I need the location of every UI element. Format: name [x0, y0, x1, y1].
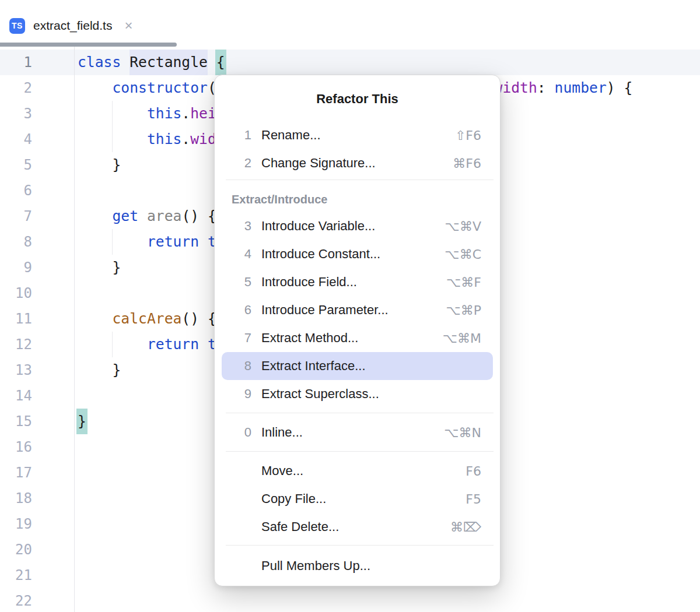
- code-line-text[interactable]: }: [78, 255, 121, 280]
- code-token: () {: [181, 310, 216, 327]
- menu-item-introduce-variable[interactable]: 3Introduce Variable...⌥⌘V: [222, 212, 493, 240]
- menu-item-number: 5: [222, 275, 251, 290]
- code-token: ) {: [607, 79, 633, 96]
- menu-item-move[interactable]: Move...F6: [222, 457, 493, 485]
- menu-separator: [226, 451, 494, 452]
- menu-item-extract-interface[interactable]: 8Extract Interface...: [222, 352, 493, 380]
- code-line-text[interactable]: get area() {: [78, 203, 216, 229]
- menu-item-label: Pull Members Up...: [261, 558, 370, 574]
- menu-item-number: 1: [222, 128, 251, 143]
- code-token: [199, 336, 208, 353]
- menu-item-shortcut: ⌘F6: [453, 156, 481, 171]
- code-token: [199, 233, 208, 250]
- line-number[interactable]: 14: [0, 383, 32, 409]
- code-line-text[interactable]: }: [78, 152, 121, 178]
- line-number[interactable]: 20: [0, 537, 32, 562]
- menu-item-shortcut: ⌥⌘N: [444, 425, 481, 440]
- code-token: [78, 105, 147, 122]
- menu-item-number: 7: [222, 330, 251, 346]
- menu-item-extract-method[interactable]: 7Extract Method...⌥⌘M: [222, 324, 493, 352]
- line-number[interactable]: 5: [0, 152, 32, 178]
- code-token: calcArea: [112, 310, 181, 327]
- line-number[interactable]: 11: [0, 306, 32, 332]
- line-number[interactable]: 2: [0, 75, 32, 101]
- menu-separator: [226, 413, 494, 413]
- menu-item-label: Inline...: [261, 425, 303, 440]
- code-line-text[interactable]: }: [78, 357, 121, 383]
- tab-filename: extract_field.ts: [33, 19, 112, 33]
- line-number[interactable]: 17: [0, 460, 32, 486]
- menu-item-safe-delete[interactable]: Safe Delete...⌘⌦: [222, 513, 493, 541]
- refactor-popup: Refactor This 1Rename...⇧F62Change Signa…: [214, 75, 501, 586]
- menu-item-label: Introduce Parameter...: [261, 303, 388, 318]
- code-token: :: [537, 79, 555, 96]
- menu-item-shortcut: ⌥⌘P: [446, 303, 481, 318]
- gutter-divider: [74, 47, 75, 612]
- code-token: [78, 79, 112, 96]
- menu-item-introduce-parameter[interactable]: 6Introduce Parameter...⌥⌘P: [222, 296, 493, 324]
- menu-item-label: Copy File...: [261, 491, 326, 507]
- menu-item-label: Extract Interface...: [261, 358, 366, 374]
- code-token: constructor: [112, 79, 208, 96]
- menu-item-introduce-constant[interactable]: 4Introduce Constant...⌥⌘C: [222, 240, 493, 268]
- menu-item-shortcut: ⌥⌘M: [443, 331, 481, 346]
- line-number[interactable]: 21: [0, 562, 32, 588]
- code-token: Rectangle: [130, 50, 208, 75]
- line-number[interactable]: 7: [0, 203, 32, 229]
- line-number[interactable]: 13: [0, 357, 32, 383]
- line-number[interactable]: 4: [0, 126, 32, 152]
- menu-item-shortcut: ⇧F6: [455, 128, 481, 143]
- menu-item-copy-file[interactable]: Copy File...F5: [222, 485, 493, 513]
- line-number[interactable]: 10: [0, 280, 32, 306]
- line-number[interactable]: 12: [0, 332, 32, 357]
- menu-item-inline[interactable]: 0Inline...⌥⌘N: [222, 418, 493, 446]
- code-line-text[interactable]: class Rectangle {: [78, 50, 225, 75]
- line-number[interactable]: 6: [0, 178, 32, 203]
- active-tab-indicator: [0, 43, 177, 47]
- menu-item-rename[interactable]: 1Rename...⇧F6: [222, 121, 493, 149]
- menu-item-introduce-field[interactable]: 5Introduce Field...⌥⌘F: [222, 268, 493, 296]
- code-token: area: [147, 207, 181, 224]
- menu-rows: Pull Members Up...: [215, 552, 500, 580]
- menu-item-label: Introduce Variable...: [261, 219, 375, 234]
- line-number[interactable]: 9: [0, 255, 32, 280]
- line-number[interactable]: 16: [0, 434, 32, 460]
- refactor-menu: 1Rename...⇧F62Change Signature...⌘F6Extr…: [215, 121, 500, 580]
- code-token: }: [76, 409, 88, 434]
- menu-item-label: Extract Superclass...: [261, 386, 379, 402]
- typescript-file-icon: TS: [9, 18, 25, 34]
- code-line-text[interactable]: }: [78, 409, 86, 434]
- editor-tab[interactable]: TS extract_field.ts ×: [9, 13, 132, 38]
- code-token: class: [78, 54, 130, 71]
- tab-close-icon[interactable]: ×: [124, 19, 132, 33]
- line-number[interactable]: 3: [0, 101, 32, 126]
- menu-item-number: 3: [222, 219, 251, 234]
- menu-item-pull-members-up[interactable]: Pull Members Up...: [222, 552, 493, 580]
- menu-item-label: Safe Delete...: [261, 519, 339, 534]
- code-token: [138, 207, 147, 224]
- line-number[interactable]: 8: [0, 229, 32, 255]
- menu-item-label: Change Signature...: [261, 156, 376, 171]
- line-number[interactable]: 22: [0, 588, 32, 612]
- menu-group: Pull Members Up...: [215, 552, 500, 580]
- code-line-text[interactable]: calcArea() {: [78, 306, 216, 332]
- menu-item-label: Move...: [261, 463, 303, 479]
- code-token: get: [112, 207, 138, 224]
- menu-section-header: Extract/Introduce: [215, 192, 500, 207]
- menu-item-label: Extract Method...: [261, 330, 358, 346]
- code-token: [78, 310, 112, 327]
- line-number[interactable]: 19: [0, 511, 32, 537]
- menu-rows: 0Inline...⌥⌘N: [215, 418, 500, 446]
- menu-rows: Move...F6Copy File...F5Safe Delete...⌘⌦: [215, 457, 500, 541]
- line-number[interactable]: 18: [0, 486, 32, 511]
- menu-item-shortcut: ⌥⌘V: [445, 219, 481, 234]
- menu-item-extract-superclass[interactable]: 9Extract Superclass...: [222, 380, 493, 408]
- code-token: [78, 233, 147, 250]
- line-number[interactable]: 1: [0, 50, 32, 75]
- code-token: [78, 207, 112, 224]
- menu-item-change-signature[interactable]: 2Change Signature...⌘F6: [222, 149, 493, 177]
- code-token: }: [78, 361, 121, 378]
- menu-rows: 1Rename...⇧F62Change Signature...⌘F6: [215, 121, 500, 177]
- code-token: () {: [181, 207, 216, 224]
- line-number[interactable]: 15: [0, 409, 32, 434]
